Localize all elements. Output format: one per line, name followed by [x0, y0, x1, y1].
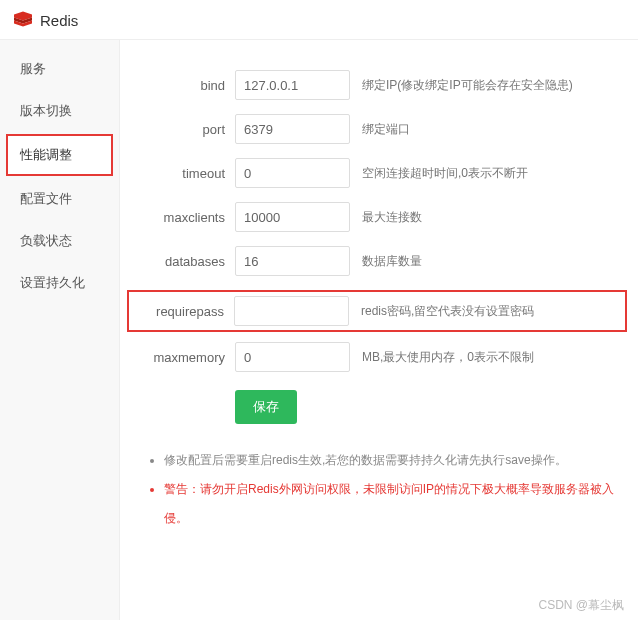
row-databases: databases 数据库数量	[130, 246, 618, 276]
input-timeout[interactable]	[235, 158, 350, 188]
desc-maxmemory: MB,最大使用内存，0表示不限制	[362, 349, 534, 366]
save-button[interactable]: 保存	[235, 390, 297, 424]
sidebar: 服务 版本切换 性能调整 配置文件 负载状态 设置持久化	[0, 40, 120, 620]
redis-icon	[14, 10, 40, 31]
desc-port: 绑定端口	[362, 121, 410, 138]
sidebar-item-performance[interactable]: 性能调整	[6, 134, 113, 176]
desc-requirepass: redis密码,留空代表没有设置密码	[361, 303, 534, 320]
input-maxclients[interactable]	[235, 202, 350, 232]
sidebar-item-load[interactable]: 负载状态	[0, 220, 119, 262]
row-port: port 绑定端口	[130, 114, 618, 144]
row-maxclients: maxclients 最大连接数	[130, 202, 618, 232]
sidebar-item-service[interactable]: 服务	[0, 48, 119, 90]
label-timeout: timeout	[130, 166, 235, 181]
label-bind: bind	[130, 78, 235, 93]
desc-timeout: 空闲连接超时时间,0表示不断开	[362, 165, 528, 182]
row-bind: bind 绑定IP(修改绑定IP可能会存在安全隐患)	[130, 70, 618, 100]
input-databases[interactable]	[235, 246, 350, 276]
label-requirepass: requirepass	[129, 304, 234, 319]
desc-bind: 绑定IP(修改绑定IP可能会存在安全隐患)	[362, 77, 573, 94]
row-maxmemory: maxmemory MB,最大使用内存，0表示不限制	[130, 342, 618, 372]
label-maxclients: maxclients	[130, 210, 235, 225]
page-title: Redis	[40, 12, 78, 29]
input-maxmemory[interactable]	[235, 342, 350, 372]
label-maxmemory: maxmemory	[130, 350, 235, 365]
sidebar-item-persist[interactable]: 设置持久化	[0, 262, 119, 304]
label-port: port	[130, 122, 235, 137]
main-panel: bind 绑定IP(修改绑定IP可能会存在安全隐患) port 绑定端口 tim…	[120, 40, 638, 620]
input-bind[interactable]	[235, 70, 350, 100]
row-timeout: timeout 空闲连接超时时间,0表示不断开	[130, 158, 618, 188]
note-warn: 警告：请勿开启Redis外网访问权限，未限制访问IP的情况下极大概率导致服务器被…	[164, 475, 618, 533]
desc-databases: 数据库数量	[362, 253, 422, 270]
sidebar-item-version[interactable]: 版本切换	[0, 90, 119, 132]
notes: 修改配置后需要重启redis生效,若您的数据需要持持久化请先执行save操作。 …	[150, 446, 618, 532]
row-requirepass: requirepass redis密码,留空代表没有设置密码	[129, 296, 622, 326]
note-info: 修改配置后需要重启redis生效,若您的数据需要持持久化请先执行save操作。	[164, 446, 618, 475]
input-port[interactable]	[235, 114, 350, 144]
desc-maxclients: 最大连接数	[362, 209, 422, 226]
row-requirepass-highlight: requirepass redis密码,留空代表没有设置密码	[127, 290, 627, 332]
header: Redis	[0, 0, 638, 40]
input-requirepass[interactable]	[234, 296, 349, 326]
sidebar-item-config[interactable]: 配置文件	[0, 178, 119, 220]
label-databases: databases	[130, 254, 235, 269]
watermark: CSDN @幕尘枫	[538, 597, 624, 614]
